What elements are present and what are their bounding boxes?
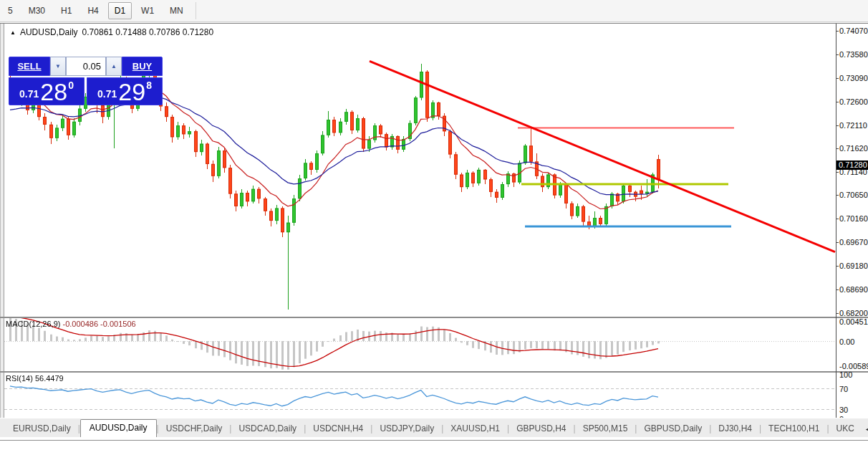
price-axis-tickmark <box>836 289 839 290</box>
timeframe-button-mn[interactable]: MN <box>163 2 190 19</box>
chart-tab-usdcad-daily[interactable]: USDCAD,Daily <box>231 421 304 437</box>
sell-price-display[interactable]: 0.71 28 0 <box>9 77 85 105</box>
price-axis-tick: 0.72110 <box>839 121 867 130</box>
chart-tab-gbpusd-daily[interactable]: GBPUSD,Daily <box>637 421 709 437</box>
chart-ohlc-values: 0.70861 0.71488 0.70786 0.71280 <box>82 27 214 37</box>
chart-tab-ukc[interactable]: UKC <box>829 421 862 437</box>
price-axis-tickmark <box>836 313 839 314</box>
price-axis-tickmark <box>836 172 839 173</box>
macd-label: MACD(12,26,9) -0.000486 -0.001506 <box>6 320 136 328</box>
arrow-down-icon: ▼ <box>55 63 61 70</box>
chart-window-icon[interactable]: ▲ <box>10 29 16 36</box>
chart-tab-sp500-m15[interactable]: SP500,M15 <box>576 421 635 437</box>
price-axis-tick: 0.71620 <box>839 144 868 153</box>
chart-tab-usdjpy-daily[interactable]: USDJPY,Daily <box>372 421 441 437</box>
price-axis-line <box>836 24 836 426</box>
chart-tab-dj30-h4[interactable]: DJ30,H4 <box>711 421 759 437</box>
price-axis-tick: 0.74070 <box>839 27 868 35</box>
timeframe-button-w1[interactable]: W1 <box>135 2 160 19</box>
chart-tab-xauusd-h1[interactable]: XAUUSD,H1 <box>443 421 507 437</box>
window-left-border <box>0 24 4 426</box>
buy-button[interactable]: BUY <box>122 57 163 76</box>
tab-scroll-left-button[interactable]: ◄ <box>862 421 868 437</box>
buy-price-display[interactable]: 0.71 29 8 <box>87 77 163 105</box>
price-axis-tickmark <box>836 266 839 267</box>
macd-values: -0.000486 -0.001506 <box>62 320 135 328</box>
timeframe-button-d1[interactable]: D1 <box>108 2 132 19</box>
macd-axis-tick: -0.005899 <box>839 362 868 370</box>
chart-symbol-label: AUDUSD,Daily <box>20 27 78 37</box>
price-axis-tick: 0.68200 <box>839 309 868 317</box>
price-axis-tickmark <box>836 54 839 55</box>
chart-tab-usdcnh-h4[interactable]: USDCNH,H4 <box>306 421 370 437</box>
chart-window: ▲ AUDUSD,Daily 0.70861 0.71488 0.70786 0… <box>0 23 868 441</box>
price-axis-tick: 0.68690 <box>839 285 868 294</box>
price-axis-tickmark <box>836 78 839 79</box>
toolbar-separator <box>196 2 196 19</box>
price-axis-tick: 0.73090 <box>839 74 868 82</box>
price-axis-tick: 0.73580 <box>839 50 868 59</box>
current-price-tag: 0.71280 <box>836 160 868 170</box>
price-axis-tick: 0.70650 <box>839 191 868 199</box>
price-axis-tick: 0.70160 <box>839 214 868 223</box>
volume-input[interactable]: 0.05 <box>66 57 106 76</box>
trading-platform-window: { "toolbar": { "timeframes": ["5", "M30"… <box>0 0 868 460</box>
chart-title: ▲ AUDUSD,Daily 0.70861 0.71488 0.70786 0… <box>10 27 213 37</box>
sell-price-prefix: 0.71 <box>19 88 39 100</box>
chart-tab-audusd-daily[interactable]: AUDUSD,Daily <box>80 419 157 437</box>
chart-tab-gbpusd-h4[interactable]: GBPUSD,H4 <box>509 421 573 437</box>
panel-separator-macd[interactable] <box>0 317 868 318</box>
one-click-trade-panel: SELL ▼ 0.05 ▲ BUY 0.71 28 0 <box>9 57 163 105</box>
sell-price-pipette: 0 <box>68 80 74 91</box>
timeframe-button-5[interactable]: 5 <box>1 2 19 19</box>
rsi-label: RSI(14) 56.4479 <box>6 374 64 383</box>
rsi-axis-tick: 70 <box>839 385 848 393</box>
volume-increase-button[interactable]: ▲ <box>106 57 122 76</box>
price-axis-tick: 0.69180 <box>839 262 868 270</box>
rsi-axis-tick: 100 <box>839 370 852 379</box>
timeframe-toolbar: 5M30H1H4D1W1MN <box>0 0 868 22</box>
timeframe-button-m30[interactable]: M30 <box>22 2 52 19</box>
macd-axis-tick: 0.004517 <box>839 317 868 326</box>
sell-price-big-digits: 28 <box>40 81 67 102</box>
sell-button[interactable]: SELL <box>9 57 50 76</box>
macd-axis-tick: 0.00 <box>839 337 854 346</box>
price-axis-tickmark <box>836 125 839 126</box>
buy-price-big-digits: 29 <box>118 81 145 102</box>
price-axis-tick: 0.69670 <box>839 238 868 246</box>
price-axis-tick: 0.72600 <box>839 97 868 106</box>
timeframe-button-h1[interactable]: H1 <box>54 2 78 19</box>
price-axis-tickmark <box>836 219 839 219</box>
buy-price-prefix: 0.71 <box>97 88 117 100</box>
chart-tab-usdchf-daily[interactable]: USDCHF,Daily <box>159 421 230 437</box>
price-axis-tickmark <box>836 31 839 32</box>
price-axis-tickmark <box>836 195 839 196</box>
chart-tab-eurusd-daily[interactable]: EURUSD,Daily <box>6 421 78 437</box>
price-axis-tickmark <box>836 102 839 102</box>
rsi-axis-tick: 30 <box>839 406 848 414</box>
buy-price-pipette: 8 <box>146 80 152 91</box>
timeframe-button-h4[interactable]: H4 <box>81 2 105 19</box>
price-axis-tickmark <box>836 242 839 243</box>
chart-tab-bar: EURUSD,Daily|AUDUSD,Daily|USDCHF,Daily|U… <box>0 418 868 437</box>
volume-decrease-button[interactable]: ▼ <box>50 57 66 76</box>
chart-tab-tech100-h1[interactable]: TECH100,H1 <box>761 421 826 437</box>
price-axis-tickmark <box>836 148 839 149</box>
panel-separator-rsi[interactable] <box>0 371 868 373</box>
arrow-up-icon: ▲ <box>111 63 117 70</box>
